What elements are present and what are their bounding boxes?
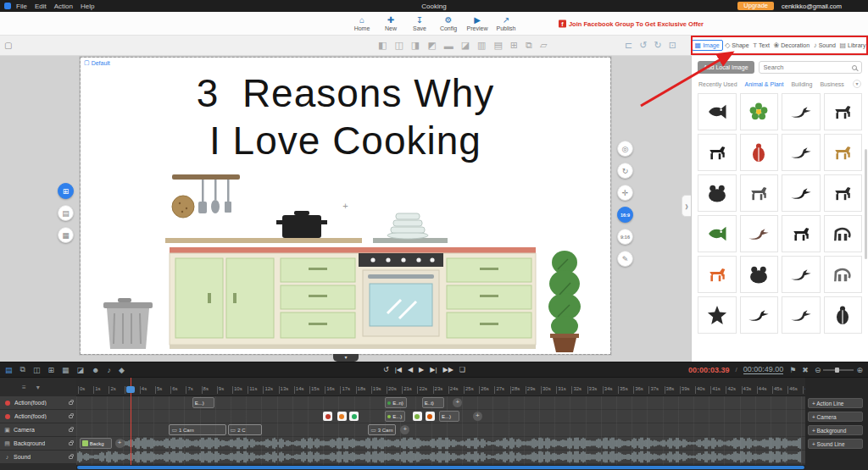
menu-edit[interactable]: Edit <box>35 3 47 10</box>
asset-skunk[interactable] <box>698 134 737 171</box>
category-building[interactable]: Building <box>791 81 812 87</box>
search-box[interactable] <box>759 61 862 74</box>
upgrade-button[interactable]: Upgrade <box>737 2 774 10</box>
timeline-clip[interactable]: Backg <box>80 438 112 449</box>
track-action-food[interactable]: Action(food) <box>0 410 76 423</box>
asset-flower[interactable] <box>740 93 779 130</box>
new-button[interactable]: ✚New <box>378 16 404 31</box>
asset-elephant-2[interactable] <box>824 256 863 293</box>
asset-thumb-clip[interactable] <box>413 412 422 421</box>
asset-zebra[interactable] <box>782 215 821 252</box>
publish-button[interactable]: ↗Publish <box>493 16 520 31</box>
timeline-hscroll-thumb[interactable] <box>77 466 804 469</box>
camera-clip[interactable]: ▭1 Cam <box>169 424 226 435</box>
track-collapse-icon[interactable]: ▾ <box>36 384 40 391</box>
distribute-v-icon[interactable]: ▤ <box>493 40 502 51</box>
action-line-button[interactable]: + Action Line <box>808 398 863 408</box>
shape-icon[interactable]: ◪ <box>77 366 85 374</box>
tab-image[interactable]: ▦Image <box>692 40 723 51</box>
save-button[interactable]: ↧Save <box>407 16 433 31</box>
send-back-icon[interactable]: ▱ <box>540 40 547 51</box>
lock-icon[interactable] <box>69 401 73 405</box>
align-middle-icon[interactable]: ▬ <box>444 41 453 51</box>
preview-button[interactable]: ▶Preview <box>465 16 491 31</box>
tab-shape[interactable]: ◇Shape <box>723 40 750 51</box>
lock-icon[interactable] <box>69 456 73 459</box>
delete-icon[interactable]: ✖ <box>802 366 809 374</box>
asset-frog[interactable] <box>740 256 779 293</box>
menu-file[interactable]: File <box>16 3 27 10</box>
menu-help[interactable]: Help <box>81 3 94 10</box>
facebook-promo-link[interactable]: f Join Facebook Group To Get Exclusive O… <box>559 19 704 27</box>
camera-icon[interactable]: ◎ <box>617 141 633 157</box>
ruler-icon[interactable]: ⊏ <box>625 40 632 51</box>
asset-thumb-clip[interactable] <box>337 412 347 421</box>
prev-frame-button[interactable]: ◀ <box>408 366 413 373</box>
asset-dove[interactable] <box>782 256 821 293</box>
align-bottom-icon[interactable]: ◪ <box>461 40 470 51</box>
zoom-in-icon[interactable]: ⊕ <box>856 366 863 374</box>
lock-icon[interactable] <box>69 442 73 445</box>
asset-starfish[interactable] <box>698 296 737 334</box>
asset-thumb-clip[interactable] <box>323 412 332 421</box>
grid-toggle-button[interactable]: ⊞ <box>58 183 74 199</box>
scene-canvas[interactable]: ▢ Default 3 Reasons Why I Love Cooking + <box>81 58 610 354</box>
asset-lizard[interactable] <box>698 215 737 252</box>
tab-decoration[interactable]: ❀Decoration <box>771 40 811 51</box>
track-action-food[interactable]: Action(food) <box>0 396 76 409</box>
menu-action[interactable]: Action <box>54 3 73 10</box>
playhead[interactable] <box>131 378 131 465</box>
track-camera[interactable]: ▣Camera <box>0 423 76 436</box>
asset-duck[interactable] <box>740 215 779 252</box>
asset-monkeys[interactable] <box>698 174 737 212</box>
asset-zebra-head[interactable] <box>824 174 863 212</box>
timeline-clip[interactable]: E...) <box>439 411 459 422</box>
scene-list-icon[interactable]: ▤ <box>5 366 13 374</box>
zoom-out-icon[interactable]: ⊖ <box>815 366 821 374</box>
timeline-lane-3[interactable]: Backg+ <box>76 437 805 450</box>
asset-mosquito[interactable] <box>824 296 863 334</box>
play-button[interactable]: ▶ <box>419 366 424 373</box>
asset-hippo[interactable] <box>824 93 863 130</box>
select-tool-icon[interactable]: ▢ <box>4 41 12 50</box>
tab-text[interactable]: TText <box>751 40 771 51</box>
timeline-lane-1[interactable]: E...)E...)+ <box>76 410 805 423</box>
jump-end-button[interactable]: ▶▶ <box>442 366 453 373</box>
fullscreen-button[interactable]: ❏ <box>459 366 465 373</box>
flip-icon[interactable]: ◫ <box>33 366 41 374</box>
align-center-h-icon[interactable]: ◫ <box>394 40 403 51</box>
pen-icon[interactable]: ✎ <box>617 251 633 267</box>
next-frame-button[interactable]: ▶| <box>430 366 437 373</box>
asset-ladybug[interactable] <box>740 134 779 171</box>
record-icon[interactable]: ♪ <box>108 366 112 374</box>
bring-front-icon[interactable]: ⧉ <box>526 40 532 51</box>
replay-button[interactable]: ↺ <box>383 366 389 373</box>
add-local-image-button[interactable]: Add Local Image <box>698 61 754 74</box>
timeline-ruler[interactable]: 0s1s2s3s4s5s6s7s8s9s10s11s12s13s14s15s16… <box>76 378 805 396</box>
timeline-lane-2[interactable]: ▭1 Cam▭2 C▭3 Cam+ <box>76 423 805 436</box>
asset-love-birds[interactable] <box>782 134 821 171</box>
title-line-2[interactable]: I Love Cooking <box>81 117 610 164</box>
distribute-h-icon[interactable]: ▥ <box>477 40 486 51</box>
add-item-button[interactable]: + <box>400 425 409 434</box>
add-item-button[interactable]: + <box>453 398 462 407</box>
camera-button[interactable]: + Camera <box>808 412 863 422</box>
timeline-clip[interactable]: E..n) <box>385 397 407 408</box>
asset-flying-eagle[interactable] <box>782 174 821 212</box>
total-time[interactable]: 00:00:49.00 <box>743 365 784 374</box>
playhead-handle[interactable] <box>126 386 135 393</box>
title-line-1[interactable]: 3 Reasons Why <box>81 69 610 117</box>
timeline-lane-0[interactable]: E...)E..n)E..t)+ <box>76 396 805 409</box>
pan-icon[interactable]: ✛ <box>617 185 633 201</box>
asset-eagle[interactable] <box>740 296 779 334</box>
tab-sound[interactable]: ♪Sound <box>812 40 837 51</box>
timeline-lane-4[interactable] <box>76 451 805 463</box>
align-left-icon[interactable]: ◧ <box>378 40 387 51</box>
add-item-button[interactable]: + <box>473 412 482 421</box>
account-email[interactable]: cenkikko@gmail.com <box>782 3 842 10</box>
timeline-clip[interactable]: E...) <box>385 411 405 422</box>
add-scene-icon[interactable]: ⊞ <box>47 366 54 374</box>
same-size-icon[interactable]: ⊞ <box>510 40 518 51</box>
more-categories-button[interactable]: ▾ <box>853 80 861 88</box>
duplicate-icon[interactable]: ⧉ <box>20 365 25 374</box>
